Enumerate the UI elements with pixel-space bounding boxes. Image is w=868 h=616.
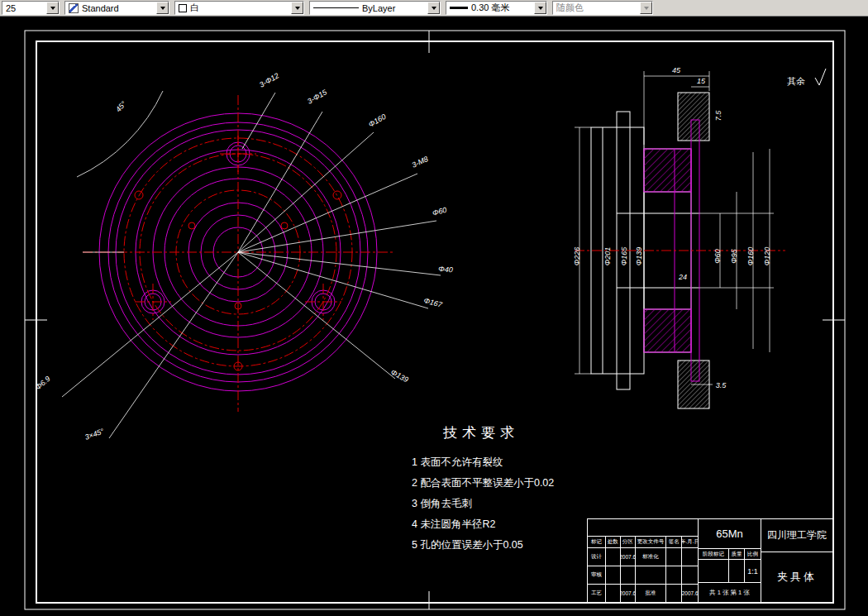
- surface-finish-note: 其余: [787, 69, 826, 86]
- plot-style-combo: 随颜色: [552, 1, 653, 15]
- dim-label: Φ60: [713, 249, 722, 264]
- title-block-right: 四川理工学院 夹具体: [761, 519, 832, 602]
- chevron-down-icon[interactable]: [156, 2, 169, 14]
- tech-req-item: 1 表面不允许有裂纹: [412, 456, 618, 470]
- dim-label: Φ226: [573, 247, 581, 266]
- tech-req-item: 3 倒角去毛刺: [412, 497, 618, 511]
- lineweight-value: 0.30 毫米: [471, 2, 509, 14]
- chevron-down-icon[interactable]: [46, 2, 59, 14]
- lineweight-combo[interactable]: 0.30 毫米: [446, 1, 547, 15]
- sheet-info: 共 1 张 第 1 张: [699, 583, 761, 602]
- signature-row: 工艺 2007.6 批准 2007.6: [588, 585, 698, 602]
- part-name: 夹具体: [761, 552, 832, 602]
- title-block: 标记 处数 分区 更改文件号 签名 年.月.日 设计 2007.6 标准化 审核: [587, 518, 833, 603]
- dim-label: 15: [697, 77, 706, 85]
- text-style-icon: [69, 3, 79, 13]
- model-space-canvas[interactable]: 3-Φ12 3-Φ15 Φ160 3-M8 Φ60 Φ40 Φ167 Φ139 …: [0, 17, 868, 616]
- dim-label: 3-M8: [411, 155, 430, 170]
- dim-label: Φ165: [620, 246, 628, 266]
- title-block-revision-area: 标记 处数 分区 更改文件号 签名 年.月.日 设计 2007.6 标准化 审核: [588, 519, 699, 602]
- dim-label: 3.5: [716, 381, 727, 389]
- signature-row: 设计 2007.6 标准化: [588, 548, 698, 566]
- dim-label: Φ201: [603, 247, 612, 266]
- text-style-value: Standard: [82, 3, 119, 13]
- linetype-value: ByLayer: [362, 3, 395, 13]
- dim-label: Φ120: [763, 247, 771, 266]
- text-size-value: 25: [6, 3, 16, 13]
- dim-label: 45°: [114, 99, 128, 113]
- chevron-down-icon[interactable]: [534, 2, 546, 14]
- text-style-combo[interactable]: Standard: [64, 1, 169, 15]
- mass-label: 质量: [729, 549, 745, 559]
- surface-note-text: 其余: [787, 76, 805, 86]
- text-size-combo[interactable]: 25: [2, 1, 60, 15]
- layer-combo[interactable]: 白: [174, 1, 304, 15]
- dim-label: Φ95: [730, 248, 738, 264]
- dim-label: 3-Φ15: [306, 88, 329, 106]
- tech-req-title: 技术要求: [443, 423, 618, 442]
- toolbar: 25 Standard 白 ByLayer 0.30 毫米 随颜色: [0, 0, 868, 17]
- dimension-leaders: [62, 91, 441, 438]
- roughness-symbol-icon: [815, 69, 826, 85]
- dim-label: 45: [672, 66, 681, 74]
- plot-style-value: 随颜色: [556, 2, 584, 14]
- signature-row: 审核: [588, 566, 698, 585]
- dim-label: Φ139: [389, 368, 410, 384]
- dim-label: Φ167: [422, 296, 443, 309]
- lineweight-sample-icon: [450, 7, 468, 9]
- chevron-down-icon[interactable]: [427, 2, 440, 14]
- scale-label: 比例: [745, 549, 761, 559]
- linetype-combo[interactable]: ByLayer: [309, 1, 441, 15]
- revision-header-row: 标记 处数 分区 更改文件号 签名 年.月.日: [588, 537, 698, 548]
- title-block-middle: 65Mn 阶段标记 质量 比例 1:1 共 1 张 第 1 张: [699, 519, 761, 602]
- organization-name: 四川理工学院: [761, 519, 832, 552]
- dim-label: Φ60: [432, 206, 448, 217]
- front-view: 3-Φ12 3-Φ15 Φ160 3-M8 Φ60 Φ40 Φ167 Φ139 …: [34, 71, 453, 442]
- material-spec: 65Mn: [699, 519, 761, 549]
- layer-value: 白: [190, 2, 199, 14]
- dim-label: Φ160: [746, 247, 755, 266]
- tech-req-item: 2 配合表面不平整误差小于0.02: [412, 476, 618, 490]
- dim-label: 7.5: [714, 110, 723, 122]
- chevron-down-icon[interactable]: [291, 2, 303, 14]
- side-section-view: 45 15 7.5 Φ226 Φ201 Φ165 Φ139 Φ60 Φ95 Φ1…: [573, 66, 785, 408]
- stage-label: 阶段标记: [699, 549, 729, 559]
- layer-color-swatch-icon: [179, 4, 187, 12]
- dim-label: 3×45°: [83, 427, 105, 442]
- dim-label: Φ40: [438, 265, 453, 274]
- chevron-down-icon: [640, 2, 652, 14]
- dim-label: Φ160: [367, 112, 388, 129]
- scale-value: 1:1: [745, 560, 761, 582]
- linetype-sample-icon: [313, 7, 359, 8]
- dim-label: 24: [678, 273, 687, 281]
- dim-label: Φ139: [635, 247, 643, 266]
- dim-label: 3-Φ12: [258, 71, 280, 88]
